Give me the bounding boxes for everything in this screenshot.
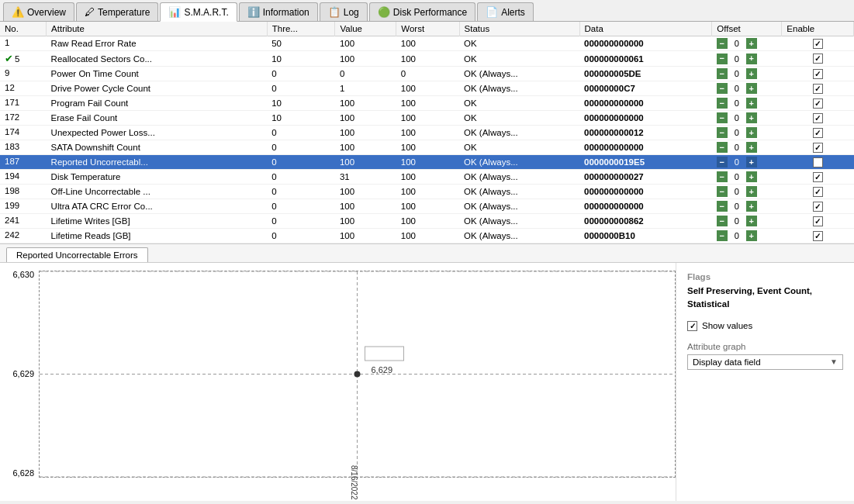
cell-attribute: Off-Line Uncorrectable ... xyxy=(47,185,268,199)
enable-checkbox[interactable] xyxy=(813,202,823,212)
enable-checkbox[interactable] xyxy=(813,113,823,123)
table-row[interactable]: 12Drive Power Cycle Count01100OK (Always… xyxy=(0,81,854,96)
offset-minus-btn[interactable]: − xyxy=(717,112,728,123)
cell-offset: −0+ xyxy=(712,111,782,126)
cell-no: 183 xyxy=(0,140,47,153)
enable-checkbox[interactable] xyxy=(813,39,823,49)
table-row[interactable]: 183SATA Downshift Count0100100OK00000000… xyxy=(0,140,854,155)
offset-plus-btn[interactable]: + xyxy=(746,112,757,123)
cell-attribute: Erase Fail Count xyxy=(47,111,268,126)
tab-smart-label: S.M.A.R.T. xyxy=(184,7,228,18)
offset-minus-btn[interactable]: − xyxy=(717,186,728,197)
cell-enable xyxy=(782,199,854,214)
enable-checkbox[interactable] xyxy=(813,128,823,138)
tab-information[interactable]: ℹ️ Information xyxy=(239,2,318,21)
offset-minus-btn[interactable]: − xyxy=(717,98,728,109)
enable-checkbox[interactable] xyxy=(813,231,823,241)
cell-data: 000000000000 xyxy=(579,199,712,214)
offset-minus-btn[interactable]: − xyxy=(717,157,728,167)
offset-plus-btn[interactable]: + xyxy=(746,171,757,182)
chart-svg-container: 6,629 xyxy=(39,271,676,478)
offset-minus-btn[interactable]: − xyxy=(717,68,728,79)
offset-plus-btn[interactable]: + xyxy=(746,230,757,241)
cell-no: 187 xyxy=(0,155,47,167)
enable-checkbox[interactable] xyxy=(813,143,823,153)
offset-minus-btn[interactable]: − xyxy=(717,201,728,212)
enable-checkbox[interactable] xyxy=(813,157,823,167)
table-row[interactable]: 1Raw Read Error Rate50100100OK0000000000… xyxy=(0,36,854,51)
tab-temperature[interactable]: 🖊 Temperature xyxy=(76,2,158,21)
table-row[interactable]: 194Disk Temperature031100OK (Always...00… xyxy=(0,170,854,185)
offset-plus-btn[interactable]: + xyxy=(746,98,757,109)
show-values-checkbox[interactable] xyxy=(687,321,697,331)
y-label-top: 6,630 xyxy=(0,271,34,279)
enable-checkbox[interactable] xyxy=(813,84,823,94)
row-number: 198 xyxy=(5,186,19,195)
cell-threshold: 0 xyxy=(267,185,335,199)
enable-checkbox[interactable] xyxy=(813,172,823,182)
row-number: 174 xyxy=(5,127,19,136)
tab-log[interactable]: 📋 Log xyxy=(320,2,368,21)
offset-plus-btn[interactable]: + xyxy=(746,68,757,79)
offset-minus-btn[interactable]: − xyxy=(717,142,728,153)
cell-status: OK (Always... xyxy=(459,170,579,185)
cell-attribute: Ultra ATA CRC Error Co... xyxy=(47,199,268,214)
table-row[interactable]: 198Off-Line Uncorrectable ...0100100OK (… xyxy=(0,185,854,199)
offset-plus-btn[interactable]: + xyxy=(746,38,757,49)
offset-plus-btn[interactable]: + xyxy=(746,54,757,64)
table-row[interactable]: 199Ultra ATA CRC Error Co...0100100OK (A… xyxy=(0,199,854,214)
data-point xyxy=(354,371,361,378)
cell-value: 100 xyxy=(335,51,396,67)
enable-checkbox[interactable] xyxy=(813,216,823,226)
cell-worst: 100 xyxy=(396,51,459,67)
offset-plus-btn[interactable]: + xyxy=(746,186,757,197)
cell-value: 100 xyxy=(335,111,396,126)
offset-minus-btn[interactable]: − xyxy=(717,216,728,226)
cell-data: 00000000C7 xyxy=(579,81,712,96)
temperature-icon: 🖊 xyxy=(85,6,95,18)
cell-enable xyxy=(782,126,854,140)
offset-plus-btn[interactable]: + xyxy=(746,127,757,138)
enable-checkbox[interactable] xyxy=(813,187,823,197)
enable-checkbox[interactable] xyxy=(813,98,823,109)
attr-graph-dropdown[interactable]: Display data field ▼ xyxy=(687,354,843,370)
table-row[interactable]: 241Lifetime Writes [GB]0100100OK (Always… xyxy=(0,214,854,229)
svg-rect-4 xyxy=(365,347,404,361)
offset-plus-btn[interactable]: + xyxy=(746,157,757,167)
chart-tab-reported-errors[interactable]: Reported Uncorrectable Errors xyxy=(6,247,148,262)
enable-checkbox[interactable] xyxy=(813,54,823,64)
smart-table: No. Attribute Thre... Value Worst Status… xyxy=(0,22,854,243)
table-row[interactable]: ✔5Reallocated Sectors Co...10100100OK000… xyxy=(0,51,854,67)
table-row[interactable]: 172Erase Fail Count10100100OK00000000000… xyxy=(0,111,854,126)
tab-smart[interactable]: 📊 S.M.A.R.T. xyxy=(160,2,237,22)
right-panel: Flags Self Preserving, Event Count, Stat… xyxy=(676,263,854,501)
cell-worst: 100 xyxy=(396,229,459,243)
table-row[interactable]: 242Lifetime Reads [GB]0100100OK (Always.… xyxy=(0,229,854,243)
table-row[interactable]: 9Power On Time Count000OK (Always...0000… xyxy=(0,67,854,81)
offset-value: 0 xyxy=(729,128,745,137)
table-row[interactable]: 171Program Fail Count10100100OK000000000… xyxy=(0,96,854,111)
dropdown-value: Display data field xyxy=(693,357,761,367)
tab-log-label: Log xyxy=(344,7,359,18)
offset-plus-btn[interactable]: + xyxy=(746,83,757,94)
table-row[interactable]: 174Unexpected Power Loss...0100100OK (Al… xyxy=(0,126,854,140)
cell-threshold: 0 xyxy=(267,199,335,214)
offset-minus-btn[interactable]: − xyxy=(717,230,728,241)
enable-checkbox[interactable] xyxy=(813,69,823,79)
tab-disk-performance[interactable]: 🟢 Disk Performance xyxy=(369,2,475,21)
offset-minus-btn[interactable]: − xyxy=(717,171,728,182)
offset-plus-btn[interactable]: + xyxy=(746,201,757,212)
offset-minus-btn[interactable]: − xyxy=(717,54,728,64)
tab-overview[interactable]: ⚠️ Overview xyxy=(3,2,74,21)
offset-plus-btn[interactable]: + xyxy=(746,142,757,153)
offset-minus-btn[interactable]: − xyxy=(717,83,728,94)
offset-value: 0 xyxy=(729,157,745,167)
flags-value: Self Preserving, Event Count, Statistica… xyxy=(687,285,843,312)
table-row[interactable]: 187Reported Uncorrectabl...0100100OK (Al… xyxy=(0,155,854,170)
row-status-icon: ✔ xyxy=(5,53,13,64)
cell-offset: −0+ xyxy=(712,185,782,199)
tab-alerts[interactable]: 📄 Alerts xyxy=(477,2,534,21)
offset-minus-btn[interactable]: − xyxy=(717,127,728,138)
offset-minus-btn[interactable]: − xyxy=(717,38,728,49)
offset-plus-btn[interactable]: + xyxy=(746,216,757,226)
